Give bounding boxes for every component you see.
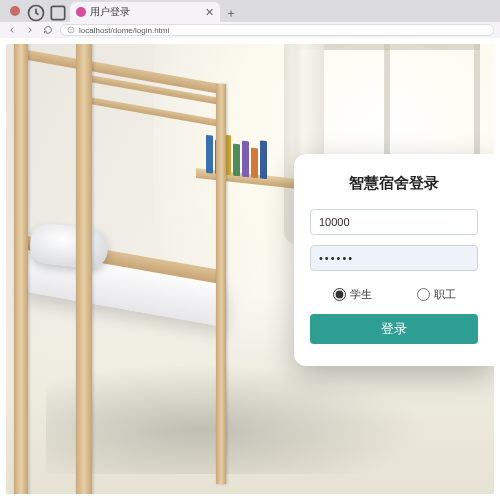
url-input[interactable]: localhost/dome/login.html <box>60 24 494 36</box>
bookmarks-icon[interactable] <box>48 4 68 22</box>
role-student-label: 学生 <box>350 287 372 302</box>
address-bar: localhost/dome/login.html <box>0 22 500 38</box>
tab-strip: 用户登录 ✕ ＋ <box>0 0 500 22</box>
reload-button[interactable] <box>42 24 54 36</box>
login-title: 智慧宿舍登录 <box>310 174 478 193</box>
bed-post <box>14 44 28 494</box>
background-scene: 智慧宿舍登录 学生 职工 登录 <box>6 44 494 494</box>
site-info-icon <box>67 26 75 34</box>
url-text: localhost/dome/login.html <box>79 26 169 35</box>
tab-favicon-icon <box>76 7 86 17</box>
role-student-radio[interactable] <box>333 288 346 301</box>
browser-tab[interactable]: 用户登录 ✕ <box>70 2 220 22</box>
svg-rect-1 <box>51 6 64 19</box>
browser-chrome: 用户登录 ✕ ＋ localhost/dome/login.html <box>0 0 500 38</box>
tab-title: 用户登录 <box>90 5 201 19</box>
forward-button[interactable] <box>24 24 36 36</box>
role-staff-option[interactable]: 职工 <box>417 287 456 302</box>
bed-post <box>216 84 226 484</box>
role-staff-label: 职工 <box>434 287 456 302</box>
back-button[interactable] <box>6 24 18 36</box>
window-control-icon[interactable] <box>10 6 20 16</box>
new-tab-button[interactable]: ＋ <box>222 4 240 22</box>
username-input[interactable] <box>310 209 478 235</box>
login-card: 智慧宿舍登录 学生 职工 登录 <box>294 154 494 366</box>
floor-shadow <box>46 364 426 474</box>
role-student-option[interactable]: 学生 <box>333 287 372 302</box>
bed-post <box>76 44 92 494</box>
tab-close-icon[interactable]: ✕ <box>205 7 214 18</box>
page-viewport: 智慧宿舍登录 学生 职工 登录 <box>0 38 500 500</box>
role-radio-group: 学生 职工 <box>310 287 478 302</box>
password-input[interactable] <box>310 245 478 271</box>
login-button[interactable]: 登录 <box>310 314 478 344</box>
role-staff-radio[interactable] <box>417 288 430 301</box>
login-button-label: 登录 <box>381 321 407 336</box>
history-icon[interactable] <box>26 4 46 22</box>
